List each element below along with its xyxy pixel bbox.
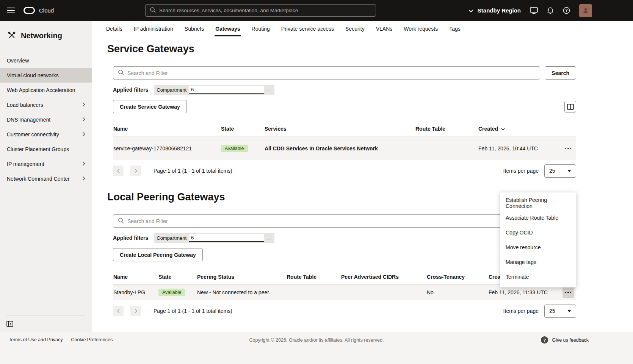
menu-item-move-resource[interactable]: Move resource <box>500 240 576 255</box>
cloud-shell-icon[interactable] <box>530 7 538 14</box>
sidebar-item-label: Network Command Center <box>7 176 70 182</box>
sort-chevron-down-icon[interactable] <box>501 126 505 132</box>
help-icon[interactable]: ? <box>563 7 570 14</box>
row-actions-context-menu: Establish Peering Connection Associate R… <box>500 192 576 287</box>
col-name: Name <box>113 126 221 132</box>
create-local-peering-gateway-button[interactable]: Create Local Peering Gateway <box>113 248 203 261</box>
sg-applied-filters-label: Applied filters <box>113 87 148 93</box>
oracle-logo-icon <box>24 7 35 14</box>
terms-of-use-link[interactable]: Terms of Use and Privacy <box>9 337 63 342</box>
chip-more[interactable]: ... <box>267 87 272 92</box>
chip-value[interactable]: 6 <box>189 86 264 94</box>
chevron-right-icon <box>82 102 85 108</box>
sg-search-filter[interactable] <box>113 66 540 80</box>
items-per-page-select[interactable]: 25 <box>544 164 576 178</box>
lpg-pagination: Page 1 of 1 (1 - 1 of 1 total items) Ite… <box>113 300 576 322</box>
sidebar-item-cluster-placement-groups[interactable]: Cluster Placement Groups <box>0 142 92 156</box>
sidebar-item-dns-management[interactable]: DNS management <box>0 112 92 127</box>
sg-search-input[interactable] <box>127 70 535 76</box>
collapse-sidebar-icon[interactable] <box>6 321 13 327</box>
col-created[interactable]: Created <box>478 126 553 132</box>
col-cross-tenancy: Cross-Tenancy <box>426 274 488 280</box>
page-info: Page 1 of 1 (1 - 1 of 1 total items) <box>154 168 232 174</box>
tab-tags[interactable]: Tags <box>443 21 466 36</box>
sg-row-created: Feb 11, 2026, 10:44 UTC <box>478 145 553 152</box>
lpg-row-cross-tenancy: No <box>426 289 488 295</box>
sg-search-button[interactable]: Search <box>545 66 576 80</box>
hamburger-menu-icon[interactable] <box>7 8 15 13</box>
tab-security[interactable]: Security <box>340 21 370 36</box>
sg-compartment-filter-chip[interactable]: Compartment 6 ... <box>154 85 274 95</box>
lpg-compartment-filter-chip[interactable]: Compartment 6 ... <box>154 233 274 243</box>
sidebar-item-overview[interactable]: Overview <box>0 53 92 68</box>
sidebar-item-load-balancers[interactable]: Load balancers <box>0 97 92 112</box>
sidebar-header: Networking <box>0 21 92 48</box>
col-state: State <box>158 274 197 280</box>
service-gateways-table: Name State Services Route Table Created … <box>113 121 576 160</box>
column-settings-icon[interactable] <box>564 101 576 112</box>
sidebar-item-label: Overview <box>7 58 29 64</box>
menu-item-manage-tags[interactable]: Manage tags <box>500 255 576 269</box>
tab-details[interactable]: Details <box>100 21 128 36</box>
brand: Cloud <box>24 7 54 14</box>
previous-page-icon[interactable] <box>113 166 124 176</box>
page-info: Page 1 of 1 (1 - 1 of 1 total items) <box>154 308 232 314</box>
tab-private-service-access[interactable]: Private service access <box>276 21 340 36</box>
region-selector[interactable]: Standby Region <box>468 7 521 14</box>
global-search[interactable] <box>145 4 376 17</box>
menu-item-establish-peering-connection[interactable]: Establish Peering Connection <box>500 195 576 210</box>
tab-gateways[interactable]: Gateways <box>210 21 246 36</box>
feedback-help-icon[interactable]: ? <box>541 336 548 344</box>
create-service-gateway-button[interactable]: Create Service Gateway <box>113 100 187 113</box>
sg-row-state: Available <box>221 145 264 152</box>
tab-ip-administration[interactable]: IP administration <box>128 21 179 36</box>
sidebar: Networking Overview Virtual cloud networ… <box>0 21 92 332</box>
col-route-table: Route Table <box>415 126 478 132</box>
sidebar-item-label: Load balancers <box>7 102 43 108</box>
chip-value[interactable]: 6 <box>189 234 264 242</box>
sidebar-title: Networking <box>21 31 62 40</box>
cookie-preferences-link[interactable]: Cookie Preferences <box>71 337 113 342</box>
lpg-row-route-table: — <box>286 289 341 295</box>
tab-vlans[interactable]: VLANs <box>370 21 398 36</box>
tab-work-requests[interactable]: Work requests <box>398 21 443 36</box>
chip-more[interactable]: ... <box>267 235 272 241</box>
lpg-search-input[interactable] <box>127 218 535 224</box>
sidebar-item-virtual-cloud-networks[interactable]: Virtual cloud networks <box>0 68 92 83</box>
next-page-icon[interactable] <box>130 306 141 316</box>
tab-subnets[interactable]: Subnets <box>179 21 210 36</box>
caret-down-icon <box>567 170 571 172</box>
previous-page-icon[interactable] <box>113 306 124 316</box>
sg-row-services: All CDG Services In Oracle Services Netw… <box>264 145 415 152</box>
actions-menu-icon[interactable] <box>562 143 574 154</box>
chevron-right-icon <box>82 131 85 137</box>
sidebar-divider <box>7 48 85 48</box>
sidebar-item-ip-management[interactable]: IP management <box>0 156 92 171</box>
status-badge: Available <box>158 289 185 296</box>
topbar-right: Standby Region ? <box>468 0 592 21</box>
items-per-page-label: Items per page <box>503 308 539 314</box>
give-us-feedback-link[interactable]: Give us feedback <box>552 337 589 343</box>
brand-name: Cloud <box>39 7 54 14</box>
svg-text:?: ? <box>565 8 567 12</box>
lpg-search-filter[interactable] <box>113 214 540 228</box>
next-page-icon[interactable] <box>130 166 141 176</box>
sidebar-item-network-command-center[interactable]: Network Command Center <box>0 171 92 186</box>
chevron-right-icon <box>82 117 85 123</box>
global-search-input[interactable] <box>159 8 371 13</box>
items-per-page-select[interactable]: 25 <box>544 305 576 318</box>
chip-name: Compartment <box>157 235 186 241</box>
sidebar-item-customer-connectivity[interactable]: Customer connectivity <box>0 127 92 142</box>
lpg-row-created: Feb 11, 2026, 11:33 UTC <box>488 289 553 295</box>
user-avatar[interactable] <box>579 4 592 17</box>
menu-item-copy-ocid[interactable]: Copy OCID <box>500 225 576 240</box>
menu-item-terminate[interactable]: Terminate <box>500 269 576 284</box>
actions-menu-icon[interactable] <box>562 287 574 298</box>
lpg-applied-filters-label: Applied filters <box>113 235 148 241</box>
menu-item-associate-route-table[interactable]: Associate Route Table <box>500 210 576 225</box>
lpg-row-peering-status: New - Not connected to a peer. <box>197 289 286 295</box>
tab-routing[interactable]: Routing <box>246 21 276 36</box>
status-badge: Available <box>221 145 248 152</box>
sidebar-item-web-application-acceleration[interactable]: Web Application Acceleration <box>0 83 92 97</box>
notifications-bell-icon[interactable] <box>547 7 554 14</box>
